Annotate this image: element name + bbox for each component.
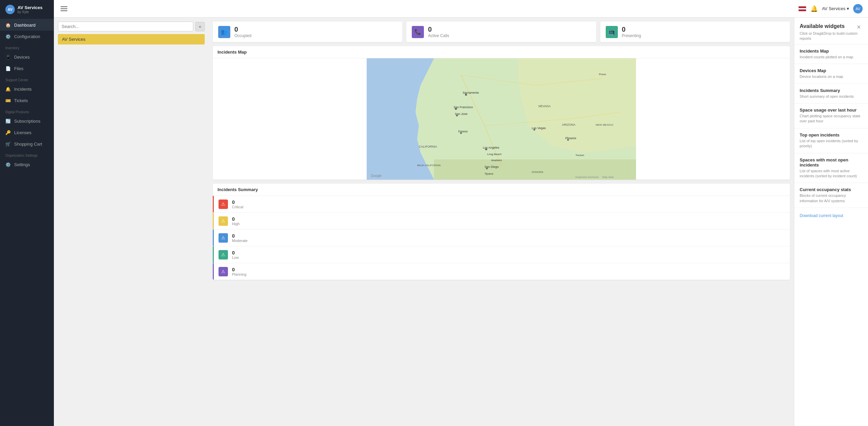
svg-point-20 [486, 168, 488, 170]
svg-text:NEVADA: NEVADA [538, 105, 551, 108]
brand: AV AV Services by Xyte [0, 0, 54, 19]
sidebar-item-label: Configuration [14, 34, 40, 39]
settings-icon: ⚙️ [5, 162, 11, 167]
svg-point-12 [456, 115, 458, 117]
sidebar-item-licenses[interactable]: 🔑 Licenses [0, 127, 54, 138]
incidents-summary-title: Incidents Summary [213, 184, 790, 196]
svg-point-23 [534, 129, 535, 131]
widget-item-devices-map[interactable]: Devices Map Device locations on a map [794, 64, 868, 84]
active-calls-value: 0 [428, 26, 449, 33]
brand-name: AV Services [18, 5, 42, 10]
widgets-title: Available widgets [800, 23, 845, 29]
incidents-summary-title: Incidents Summary [800, 88, 863, 93]
occupied-value: 0 [234, 26, 251, 33]
left-panel: « AV Services [54, 18, 209, 426]
hamburger-menu[interactable] [59, 5, 69, 12]
sidebar-item-label: Settings [14, 162, 30, 167]
sidebar-section-label: Inventory [0, 42, 54, 51]
sidebar-item-label: Shopping Cart [14, 142, 42, 147]
svg-text:NEW MEXICO: NEW MEXICO [596, 123, 613, 126]
presenting-value: 0 [622, 26, 641, 33]
stat-card-presenting: 📺 0 Presenting [600, 22, 790, 42]
stat-card-occupied: 👥 0 Occupied [213, 22, 402, 42]
svg-text:Tijuana: Tijuana [485, 172, 493, 175]
svg-text:BAJA CALIFORNIA: BAJA CALIFORNIA [417, 164, 441, 167]
occupied-icon: 👥 [218, 26, 230, 38]
svg-point-25 [567, 139, 569, 141]
sidebar-item-dashboard[interactable]: 🏠 Dashboard [0, 19, 54, 31]
sidebar-item-label: Licenses [14, 130, 31, 135]
subscriptions-icon: 🔄 [5, 118, 11, 124]
incident-row-critical: ⚠ 0 Critical [213, 196, 790, 212]
svg-text:Map data: Map data [602, 176, 614, 179]
incidents-icon: 🔔 [5, 86, 11, 92]
sidebar-section-label: Organization Settings [0, 150, 54, 159]
top-incidents-title: Top open incidents [800, 133, 863, 138]
active-calls-info: 0 Active Calls [428, 26, 449, 38]
svg-text:Fresno: Fresno [458, 130, 468, 133]
widgets-subtitle: Click or Drag&Drop to build custom repor… [800, 31, 863, 41]
search-bar: « [58, 22, 205, 31]
space-usage-desc: Chart plotting space occupancy state ove… [800, 114, 863, 124]
high-label: High [232, 222, 240, 226]
widget-item-current-occupancy[interactable]: Current occupancy stats Blocks of curren… [794, 183, 868, 208]
current-occupancy-desc: Blocks of current occupancy information … [800, 193, 863, 204]
critical-count: 0 [232, 199, 243, 205]
map-section-title: Incidents Map [213, 46, 790, 58]
widgets-list: Incidents Map Incident counts plotted on… [794, 45, 868, 208]
sidebar-item-subscriptions[interactable]: 🔄 Subscriptions [0, 115, 54, 127]
widget-item-spaces-most-open[interactable]: Spaces with most open incidents List of … [794, 153, 868, 183]
incident-row-planning: ⚠ 0 Planning [213, 263, 790, 280]
shopping-cart-icon: 🛒 [5, 141, 11, 147]
download-layout-link[interactable]: Download current layout [794, 208, 868, 223]
high-info: 0 High [232, 216, 240, 226]
filter-tag[interactable]: AV Services [58, 34, 205, 45]
org-selector[interactable]: AV Services ▾ [822, 6, 849, 11]
sidebar-item-incidents[interactable]: 🔔 Incidents [0, 83, 54, 95]
svg-point-14 [460, 133, 462, 134]
svg-text:Google: Google [371, 174, 382, 178]
sidebar-item-label: Incidents [14, 87, 32, 92]
svg-point-8 [465, 94, 467, 96]
planning-badge: ⚠ [218, 267, 228, 276]
stat-card-active-calls: 📞 0 Active Calls [406, 22, 596, 42]
dashboard-area: 👥 0 Occupied 📞 0 Active Calls 📺 0 Presen… [209, 18, 794, 426]
sidebar-item-configuration[interactable]: ⚙️ Configuration [0, 31, 54, 42]
sidebar-item-tickets[interactable]: 🎫 Tickets [0, 95, 54, 106]
sidebar-item-devices[interactable]: 📱 Devices [0, 51, 54, 63]
notifications-bell-icon[interactable]: 🔔 [810, 5, 818, 12]
sidebar-item-label: Tickets [14, 98, 28, 103]
active-calls-icon: 📞 [412, 26, 424, 38]
sidebar-nav: 🏠 Dashboard ⚙️ Configuration Inventory 📱… [0, 19, 54, 170]
dashboard-icon: 🏠 [5, 22, 11, 28]
spaces-most-open-desc: List of spaces with most active incident… [800, 169, 863, 179]
sidebar-section-label: Support Center [0, 74, 54, 83]
sidebar-item-label: Subscriptions [14, 119, 40, 124]
chevron-down-icon: ▾ [847, 6, 849, 11]
widget-item-space-usage[interactable]: Space usage over last hour Chart plottin… [794, 104, 868, 129]
low-count: 0 [232, 250, 239, 255]
low-info: 0 Low [232, 250, 239, 259]
main-area: 🔔 AV Services ▾ AV « AV Services 👥 0 Occ… [54, 0, 868, 426]
widget-item-incidents-map[interactable]: Incidents Map Incident counts plotted on… [794, 45, 868, 64]
sidebar-item-label: Dashboard [14, 23, 36, 28]
incidents-summary-desc: Short summary of open incidents [800, 94, 863, 99]
sidebar-item-label: Devices [14, 55, 30, 60]
sidebar-item-files[interactable]: 📄 Files [0, 63, 54, 74]
search-input[interactable] [58, 22, 193, 31]
sidebar-item-settings[interactable]: ⚙️ Settings [0, 159, 54, 170]
topbar-icons: 🔔 AV Services ▾ AV [798, 4, 863, 13]
files-icon: 📄 [5, 66, 11, 71]
svg-text:Phoenix: Phoenix [565, 137, 577, 140]
avatar[interactable]: AV [853, 4, 863, 13]
close-widgets-panel-button[interactable]: ✕ [855, 23, 863, 31]
critical-info: 0 Critical [232, 199, 243, 209]
incidents-rows: ⚠ 0 Critical ⚠ 0 High ⚠ 0 Moderate ⚠ 0 L… [213, 196, 790, 280]
critical-badge: ⚠ [218, 200, 228, 209]
svg-text:Tucson: Tucson [576, 154, 584, 157]
collapse-button[interactable]: « [195, 22, 205, 31]
widget-item-incidents-summary[interactable]: Incidents Summary Short summary of open … [794, 84, 868, 104]
sidebar-item-shopping-cart[interactable]: 🛒 Shopping Cart [0, 138, 54, 150]
flag-icon [798, 6, 806, 11]
widget-item-top-incidents[interactable]: Top open incidents List of top open inci… [794, 129, 868, 153]
